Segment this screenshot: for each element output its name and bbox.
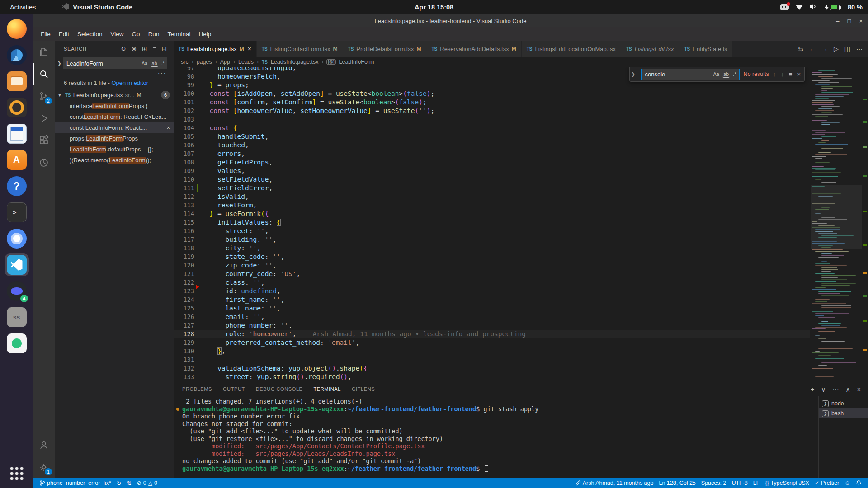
nav-back-icon[interactable]: ← xyxy=(809,45,816,52)
panel-tab-output[interactable]: OUTPUT xyxy=(222,382,246,396)
panel-tab-problems[interactable]: PROBLEMS xyxy=(181,382,213,396)
tab-ListingContactForm.tsx[interactable]: TSListingContactForm.tsxM xyxy=(257,41,343,57)
code-line[interactable]: 129 preferred_contact_method: 'email', xyxy=(174,338,810,347)
dock-item-firefox[interactable] xyxy=(5,18,29,40)
code-line[interactable]: 118 city: '', xyxy=(174,244,810,253)
code-line[interactable]: 116 street: '', xyxy=(174,227,810,235)
tab-EntityState.ts[interactable]: TSEntityState.ts xyxy=(679,41,732,57)
sync-changes-icon[interactable]: ↻ xyxy=(114,478,124,488)
code-line[interactable]: 106 touched, xyxy=(174,141,810,150)
gitlens-icon[interactable]: ⇅ xyxy=(124,478,134,488)
activities-button[interactable]: Activities xyxy=(0,4,44,11)
code-line[interactable]: 127 phone_number: '', xyxy=(174,321,810,330)
code-editor[interactable]: 97 updateLeadListingId,98 homeownersFetc… xyxy=(174,67,868,382)
panel-tab-terminal[interactable]: TERMINAL xyxy=(313,382,342,396)
split-editor-icon[interactable]: ◫ xyxy=(844,45,850,52)
search-result-row[interactable]: )(React.memo(LeadInfoForm)); xyxy=(55,155,174,165)
dock-item-app-grid[interactable] xyxy=(5,462,29,485)
code-line[interactable]: 104 const { xyxy=(174,124,810,132)
code-line[interactable]: 124 first_name: '', xyxy=(174,296,810,304)
dock-item-green-app[interactable] xyxy=(5,332,29,355)
minimize-icon[interactable]: – xyxy=(836,18,839,24)
maximize-icon[interactable]: □ xyxy=(848,18,851,24)
focused-app-indicator[interactable]: Visual Studio Code xyxy=(62,3,132,11)
code-line[interactable]: 131 xyxy=(174,356,810,364)
overview-ruler[interactable] xyxy=(862,67,868,382)
code-lines[interactable]: 97 updateLeadListingId,98 homeownersFetc… xyxy=(174,67,810,381)
open-new-search-editor-icon[interactable]: ⊞ xyxy=(142,45,148,52)
dock-item-terminal-app[interactable] xyxy=(5,201,29,224)
menu-help[interactable]: Help xyxy=(194,29,215,39)
search-result-row[interactable]: LeadInfoForm.defaultProps = {}; xyxy=(55,144,174,155)
activity-accounts-icon[interactable] xyxy=(33,434,55,456)
whole-word-icon[interactable]: ab xyxy=(151,60,158,67)
clock[interactable]: Apr 18 15:08 xyxy=(415,4,453,11)
tab-ReservationAddDetails.tsx[interactable]: TSReservationAddDetails.tsxM xyxy=(426,41,521,57)
close-icon[interactable]: × xyxy=(859,18,863,24)
close-panel-icon[interactable]: × xyxy=(857,386,861,393)
menu-selection[interactable]: Selection xyxy=(73,29,107,39)
system-tray[interactable]: 80 % xyxy=(780,3,863,11)
dock-item-ssb[interactable] xyxy=(5,306,29,328)
eol-status[interactable]: LF xyxy=(750,478,763,488)
code-line[interactable]: 123 id: undefined, xyxy=(174,287,810,296)
more-actions-icon[interactable]: ··· xyxy=(856,45,863,52)
find-in-selection-icon[interactable]: ≡ xyxy=(789,71,793,78)
dock-item-chromium[interactable] xyxy=(5,227,29,250)
encoding-status[interactable]: UTF-8 xyxy=(729,478,750,488)
search-result-row[interactable]: const LeadInfoForm: React....× xyxy=(55,122,174,133)
code-line[interactable]: 115 initialValues: { xyxy=(174,218,810,227)
dock-item-thunderbird[interactable] xyxy=(5,44,29,66)
search-result-row[interactable]: interface LeadInfoFormProps { xyxy=(55,100,174,111)
previous-match-icon[interactable]: ↑ xyxy=(773,71,776,78)
regex-icon[interactable]: .* xyxy=(160,60,165,66)
search-result-row[interactable]: props: LeadInfoFormProps xyxy=(55,133,174,144)
code-line[interactable]: 119 state_code: '', xyxy=(174,253,810,261)
code-line[interactable]: 113 resetForm, xyxy=(174,201,810,210)
code-line[interactable]: 99 } = props; xyxy=(174,81,810,89)
code-line[interactable]: 120 zip_code: '', xyxy=(174,261,810,270)
blame-status[interactable]: Arsh Ahmad, 11 months ago xyxy=(573,478,656,488)
minimap-slider[interactable] xyxy=(811,185,862,249)
find-input[interactable]: console Aaab.* xyxy=(641,69,740,80)
code-line[interactable]: 107 errors, xyxy=(174,150,810,158)
code-line[interactable]: 125 last_name: '', xyxy=(174,304,810,313)
run-icon[interactable]: ▷ xyxy=(834,45,839,52)
activity-explorer-icon[interactable] xyxy=(33,41,55,63)
code-line[interactable]: 128 role: 'homeowner',Arsh Ahmad, 11 mon… xyxy=(174,330,810,338)
search-result-row[interactable]: const LeadInfoForm: React.FC<Lea... xyxy=(55,111,174,122)
maximize-panel-icon[interactable]: ∧ xyxy=(846,386,850,393)
refresh-icon[interactable]: ↻ xyxy=(121,45,127,52)
problems-status[interactable]: ⊘0△0 xyxy=(134,478,160,488)
code-line[interactable]: 122 class: '', xyxy=(174,278,810,287)
code-line[interactable]: 108 getFieldProps, xyxy=(174,158,810,167)
formatter-status[interactable]: ✓Prettier xyxy=(812,478,842,488)
toggle-replace-chevron[interactable]: ❯ xyxy=(56,60,63,66)
dismiss-result-icon[interactable]: × xyxy=(164,124,170,131)
activity-history-icon[interactable] xyxy=(33,151,55,174)
menu-edit[interactable]: Edit xyxy=(55,29,73,39)
terminal-instance-bash[interactable]: ❯bash xyxy=(819,408,868,418)
language-status[interactable]: {}TypeScript JSX xyxy=(762,478,811,488)
dock-item-files[interactable] xyxy=(5,70,29,93)
dock-item-ubuntu-software[interactable] xyxy=(5,149,29,171)
activity-source-control-icon[interactable]: 2 xyxy=(33,85,55,107)
dock-item-help[interactable] xyxy=(5,175,29,197)
feedback-icon[interactable]: ☺ xyxy=(842,478,853,488)
code-line[interactable]: 130 }, xyxy=(174,347,810,356)
code-line[interactable]: 102 const [homeownerValue, setHomeownerV… xyxy=(174,107,810,115)
new-terminal-icon[interactable]: + xyxy=(811,386,814,393)
code-line[interactable]: 133 street: yup.string().required(), xyxy=(174,373,810,381)
open-changes-icon[interactable]: ⇆ xyxy=(798,45,803,52)
menu-go[interactable]: Go xyxy=(128,29,144,39)
menu-terminal[interactable]: Terminal xyxy=(163,29,194,39)
code-line[interactable]: 109 values, xyxy=(174,167,810,175)
code-line[interactable]: 105 handleSubmit, xyxy=(174,132,810,141)
close-tab-icon[interactable]: × xyxy=(248,45,251,52)
dock-item-discord[interactable]: 4 xyxy=(5,280,29,302)
minimap[interactable] xyxy=(811,67,862,382)
chevron-down-icon[interactable]: ▼ xyxy=(57,93,63,98)
tab-ListingsEdit.tsx[interactable]: TSListingsEdit.tsx xyxy=(621,41,679,57)
dock-item-libreoffice-writer[interactable] xyxy=(5,122,29,145)
code-line[interactable]: 117 building: '', xyxy=(174,235,810,244)
